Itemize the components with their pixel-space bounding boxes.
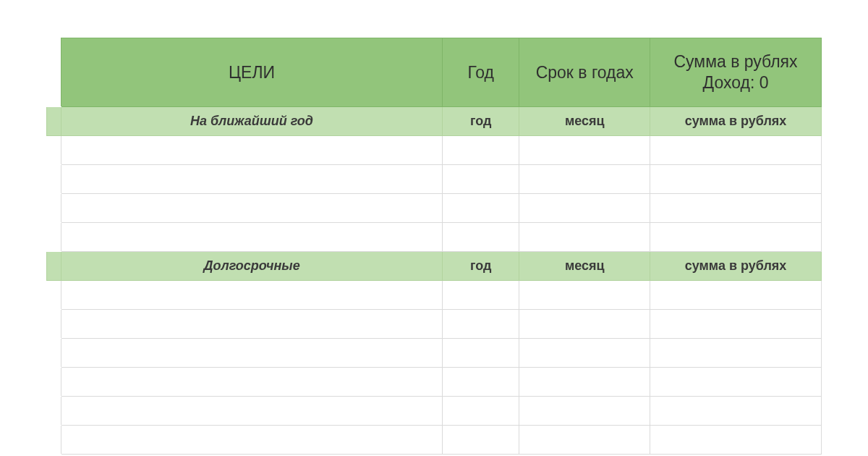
cell-term[interactable] (519, 223, 650, 252)
cell-year[interactable] (443, 223, 519, 252)
table-row (47, 426, 822, 455)
table-body: ЦЕЛИ Год Срок в годах Сумма в рублях Дох… (47, 38, 822, 455)
header-year: Год (443, 38, 519, 107)
cell-goal[interactable] (61, 281, 443, 310)
table-row (47, 136, 822, 165)
table-row (47, 310, 822, 339)
section-sum-label: сумма в рублях (650, 107, 822, 136)
table-row (47, 368, 822, 397)
cell-year[interactable] (443, 426, 519, 455)
section-header-long-term: Долгосрочные год месяц сумма в рублях (47, 252, 822, 281)
cell-sum[interactable] (650, 310, 822, 339)
cell-term[interactable] (519, 310, 650, 339)
cell-sum[interactable] (650, 223, 822, 252)
goals-table: ЦЕЛИ Год Срок в годах Сумма в рублях Дох… (46, 38, 822, 455)
cell-sum[interactable] (650, 136, 822, 165)
cell-term[interactable] (519, 136, 650, 165)
cell-year[interactable] (443, 310, 519, 339)
section-title: На ближайший год (61, 107, 443, 136)
table-row (47, 223, 822, 252)
section-header-short-term: На ближайший год год месяц сумма в рубля… (47, 107, 822, 136)
cell-term[interactable] (519, 339, 650, 368)
table-row (47, 339, 822, 368)
cell-goal[interactable] (61, 194, 443, 223)
section-spacer (47, 252, 61, 281)
header-sum: Сумма в рублях Доход: 0 (650, 38, 822, 107)
cell-goal[interactable] (61, 310, 443, 339)
cell-sum[interactable] (650, 194, 822, 223)
table-row (47, 281, 822, 310)
section-year-label: год (443, 107, 519, 136)
cell-term[interactable] (519, 194, 650, 223)
cell-goal[interactable] (61, 426, 443, 455)
section-spacer (47, 107, 61, 136)
section-term-label: месяц (519, 252, 650, 281)
cell-sum[interactable] (650, 397, 822, 426)
cell-year[interactable] (443, 281, 519, 310)
cell-goal[interactable] (61, 165, 443, 194)
header-goals: ЦЕЛИ (61, 38, 443, 107)
cell-goal[interactable] (61, 397, 443, 426)
table-row (47, 397, 822, 426)
cell-year[interactable] (443, 397, 519, 426)
table-row (47, 165, 822, 194)
section-term-label: месяц (519, 107, 650, 136)
header-sum-line1: Сумма в рублях (650, 51, 821, 72)
cell-goal[interactable] (61, 136, 443, 165)
cell-year[interactable] (443, 368, 519, 397)
section-sum-label: сумма в рублях (650, 252, 822, 281)
header-sum-line2: Доход: 0 (650, 72, 821, 93)
cell-goal[interactable] (61, 368, 443, 397)
cell-sum[interactable] (650, 339, 822, 368)
table-header-row: ЦЕЛИ Год Срок в годах Сумма в рублях Дох… (47, 38, 822, 107)
header-spacer (47, 38, 61, 107)
cell-term[interactable] (519, 281, 650, 310)
cell-year[interactable] (443, 194, 519, 223)
cell-year[interactable] (443, 165, 519, 194)
cell-term[interactable] (519, 165, 650, 194)
cell-term[interactable] (519, 397, 650, 426)
cell-term[interactable] (519, 426, 650, 455)
cell-year[interactable] (443, 136, 519, 165)
header-term: Срок в годах (519, 38, 650, 107)
cell-sum[interactable] (650, 368, 822, 397)
cell-goal[interactable] (61, 339, 443, 368)
table-row (47, 194, 822, 223)
cell-goal[interactable] (61, 223, 443, 252)
cell-term[interactable] (519, 368, 650, 397)
cell-sum[interactable] (650, 165, 822, 194)
cell-sum[interactable] (650, 426, 822, 455)
cell-year[interactable] (443, 339, 519, 368)
section-title: Долгосрочные (61, 252, 443, 281)
cell-sum[interactable] (650, 281, 822, 310)
section-year-label: год (443, 252, 519, 281)
